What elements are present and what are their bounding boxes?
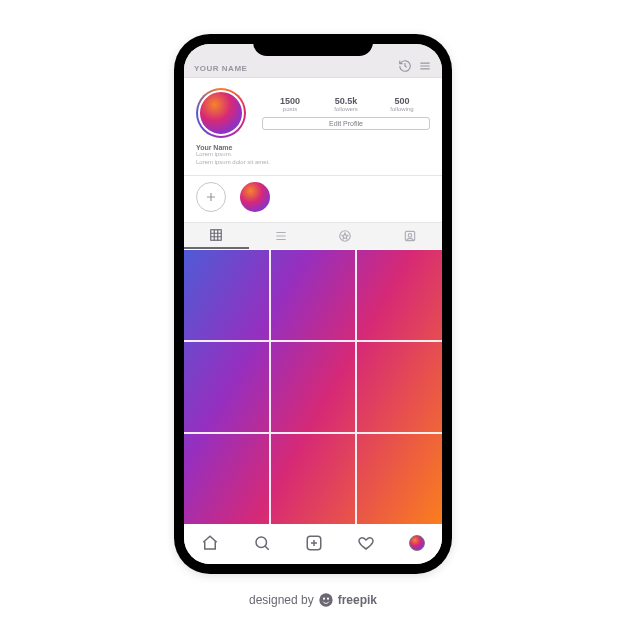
screen: YOUR NAME 1500	[184, 44, 442, 564]
edit-profile-button[interactable]: Edit Profile	[262, 117, 430, 130]
add-story-button[interactable]	[196, 182, 226, 212]
svg-point-16	[408, 233, 412, 237]
stories-row	[184, 176, 442, 223]
profile-section: 1500 posts 50.5k followers 500 following…	[184, 78, 442, 176]
content-tabs	[184, 223, 442, 250]
svg-point-24	[327, 598, 329, 600]
stat-label: followers	[318, 106, 374, 112]
post-thumbnail[interactable]	[357, 250, 442, 340]
post-thumbnail[interactable]	[271, 434, 356, 524]
credit-brand: freepik	[338, 593, 377, 607]
stat-value: 50.5k	[318, 96, 374, 106]
attribution: designed by freepik	[249, 592, 377, 608]
phone-frame: YOUR NAME 1500	[174, 34, 452, 574]
bio-line: Lorem ipsum dolor sit amet.	[196, 159, 430, 167]
svg-marker-14	[342, 233, 348, 239]
credit-prefix: designed by	[249, 593, 314, 607]
stat-value: 1500	[262, 96, 318, 106]
stat-posts[interactable]: 1500 posts	[262, 96, 318, 112]
post-thumbnail[interactable]	[271, 342, 356, 432]
post-thumbnail[interactable]	[184, 250, 269, 340]
tab-list[interactable]	[249, 223, 314, 249]
home-icon[interactable]	[201, 534, 219, 552]
story-highlight[interactable]	[240, 182, 270, 212]
profile-nav-avatar[interactable]	[409, 535, 425, 551]
profile-avatar[interactable]	[196, 88, 246, 138]
bottom-nav	[184, 524, 442, 564]
svg-rect-5	[211, 229, 222, 240]
bio-line: Lorem ipsum.	[196, 151, 430, 159]
stat-following[interactable]: 500 following	[374, 96, 430, 112]
stat-value: 500	[374, 96, 430, 106]
history-icon[interactable]	[398, 59, 412, 73]
tab-tagged[interactable]	[378, 223, 443, 249]
svg-point-23	[323, 598, 325, 600]
phone-notch	[253, 34, 373, 56]
post-thumbnail[interactable]	[184, 434, 269, 524]
stat-followers[interactable]: 50.5k followers	[318, 96, 374, 112]
heart-icon[interactable]	[357, 534, 375, 552]
posts-grid	[184, 250, 442, 524]
search-icon[interactable]	[253, 534, 271, 552]
svg-point-17	[256, 537, 267, 548]
bio-name: Your Name	[196, 144, 430, 151]
post-thumbnail[interactable]	[357, 342, 442, 432]
stat-label: posts	[262, 106, 318, 112]
add-post-icon[interactable]	[305, 534, 323, 552]
post-thumbnail[interactable]	[184, 342, 269, 432]
freepik-logo-icon	[318, 592, 334, 608]
tab-favorites[interactable]	[313, 223, 378, 249]
post-thumbnail[interactable]	[271, 250, 356, 340]
svg-line-18	[265, 546, 269, 550]
stat-label: following	[374, 106, 430, 112]
menu-icon[interactable]	[418, 59, 432, 73]
post-thumbnail[interactable]	[357, 434, 442, 524]
tab-grid[interactable]	[184, 223, 249, 249]
svg-point-22	[319, 593, 332, 606]
page-title[interactable]: YOUR NAME	[194, 64, 247, 73]
